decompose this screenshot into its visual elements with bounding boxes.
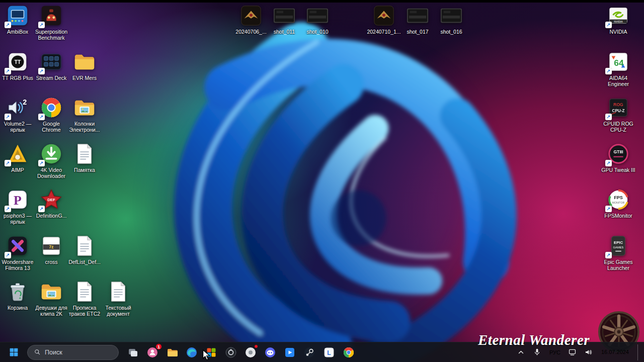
taskbar-app-people[interactable]: 1 — [145, 345, 159, 359]
desktop-icon-definitiong[interactable]: DEF↗DefinitionG... — [35, 188, 68, 219]
desktop-icon-shot-011[interactable]: shot_011 — [268, 4, 301, 35]
shortcut-arrow-overlay: ↗ — [605, 252, 612, 258]
taskbar-apps: 1L — [126, 345, 355, 359]
desktop-icon-stream-deck[interactable]: ↗Stream Deck — [35, 50, 68, 81]
desktop-icon-shot-016[interactable]: shot_016 — [435, 4, 468, 35]
desktop-icon-propiska-trakov-etc2[interactable]: Прописка траков ETC2 — [68, 280, 101, 317]
desktop-icon-label: CPUID ROG CPU-Z — [600, 121, 636, 133]
dark-round-app-icon — [225, 346, 237, 358]
svg-text:L: L — [327, 349, 331, 356]
desktop-icon-4k-video-downloader[interactable]: ↗4K Video Downloader — [35, 142, 68, 179]
desktop-icon-label: AIMP — [0, 167, 36, 173]
taskbar-app-edge[interactable] — [185, 345, 198, 359]
desktop-icon-korzina[interactable]: Корзина — [1, 280, 34, 311]
taskbar-app-round-app[interactable] — [244, 345, 257, 359]
notification-badge: 1 — [155, 343, 162, 350]
desktop-icon-tt-rgb-plus[interactable]: TT↗TT RGB Plus — [1, 50, 34, 81]
svg-text:NVIDIA: NVIDIA — [614, 20, 623, 23]
desktop-icon-deflist-def[interactable]: DefList_Def... — [68, 234, 101, 265]
shortcut-arrow-overlay: ↗ — [605, 206, 612, 212]
taskbar-app-dark-round-app[interactable] — [224, 345, 237, 359]
taskbar-app-blue-play-app[interactable] — [283, 345, 296, 359]
desktop-icon-label: Текстовый документ — [100, 305, 136, 317]
desktop-icon-tekstovy-dokument[interactable]: Текстовый документ — [102, 280, 135, 317]
desktop-icon-label: psiphon3 — ярлык — [0, 213, 36, 225]
search-placeholder: Поиск — [45, 349, 62, 356]
desktop-icon-label: EVR Mers — [66, 75, 103, 81]
ttrgb-icon: TT↗ — [6, 50, 29, 73]
volume2-icon: 2↗ — [6, 96, 29, 119]
desktop-icon-label: Epic Games Launcher — [600, 259, 636, 272]
desktop-icon-cpuid-rog-cpu-z[interactable]: ROGCPU-Z↗CPUID ROG CPU-Z — [602, 96, 635, 133]
svg-text:TT: TT — [15, 59, 21, 65]
desktop-icon-evr-mers[interactable]: EVR Mers — [68, 50, 101, 81]
psiphon-icon: P↗ — [6, 188, 29, 211]
desktop-icon-nvidia[interactable]: NVIDIA↗NVIDIA — [602, 4, 635, 35]
desktop-icon-20240706[interactable]: 20240706_... — [234, 4, 268, 35]
shortcut-arrow-overlay: ↗ — [38, 206, 45, 212]
shortcut-arrow-overlay: ↗ — [38, 68, 45, 74]
desktop-icon-layer: ↗AmbiBox↗Superposition BenchmarkTT↗TT RG… — [0, 0, 644, 362]
textfile-icon — [73, 234, 96, 257]
svg-text:P: P — [14, 193, 22, 208]
desktop-icon-aimp[interactable]: ↗AIMP — [1, 142, 34, 173]
desktop-icon-label: AmbiBox — [0, 29, 36, 35]
desktop-icon-psiphon3[interactable]: P↗psiphon3 — ярлык — [1, 188, 34, 225]
svg-text:ROG: ROG — [613, 102, 623, 107]
desktop-icon-label: Девушки для клипа 2K — [33, 305, 69, 317]
shortcut-arrow-overlay: ↗ — [605, 114, 612, 120]
desktop-icon-superposition-benchmark[interactable]: ↗Superposition Benchmark — [35, 4, 68, 41]
taskbar-app-discord[interactable] — [263, 345, 277, 359]
taskbar-app-lightshot[interactable]: L — [322, 345, 336, 359]
show-desktop-button[interactable] — [637, 344, 640, 360]
desktop-icon-label: DefinitionG... — [33, 213, 69, 219]
desktop-icon-20240710[interactable]: 20240710_1... — [367, 4, 400, 35]
folder-icon — [73, 50, 96, 73]
desktop-icon-ambibox[interactable]: ↗AmbiBox — [1, 4, 34, 35]
taskbar-app-task-view[interactable] — [126, 345, 139, 359]
desktop-icon-wondershare-filmora-13[interactable]: ↗Wondershare Filmora 13 — [1, 234, 34, 272]
taskbar-app-file-explorer[interactable] — [165, 345, 179, 359]
filmora-icon: ↗ — [6, 234, 29, 257]
desktop-icon-fpsmonitor[interactable]: FPSMONITOR↗FPSMonitor — [602, 188, 635, 219]
video-watermark-text: Eternal Wanderer — [478, 332, 590, 348]
desktop-icon-label: GPU Tweak III — [600, 167, 636, 173]
start-button[interactable] — [5, 344, 22, 361]
taskbar-app-steam[interactable] — [302, 345, 316, 359]
desktop-icon-google-chrome[interactable]: ↗Google Chrome — [35, 96, 68, 133]
shot-icon — [306, 4, 329, 27]
svg-text:2: 2 — [23, 98, 27, 106]
desktop-icon-kolonki-elektroni[interactable]: Колонки Электрони... — [68, 96, 101, 133]
desktop-icon-label: FPSMonitor — [600, 213, 636, 219]
archive-icon: 7z — [40, 234, 63, 257]
desktop-icon-gpu-tweak-iii[interactable]: GTIII↗GPU Tweak III — [602, 142, 635, 173]
tray-date[interactable]: 16.07.2024 — [599, 347, 631, 356]
desktop-icon-pamyatka[interactable]: Памятка — [68, 142, 101, 173]
shortcut-arrow-overlay: ↗ — [5, 206, 11, 212]
shortcut-arrow-overlay: ↗ — [605, 22, 612, 28]
desktop-icon-shot-010[interactable]: shot_010 — [301, 4, 334, 35]
shot-icon — [440, 4, 463, 27]
desktop-icon-volume2[interactable]: 2↗Volume2 — ярлык — [1, 96, 34, 133]
textfile-icon — [73, 280, 96, 303]
desktop-icon-cross[interactable]: 7zcross — [35, 234, 68, 265]
defstar-icon: DEF↗ — [40, 188, 63, 211]
taskbar-app-chrome[interactable] — [342, 345, 355, 359]
tray-language-indicator[interactable]: РУС — [547, 348, 562, 357]
desktop-icon-devushki-dlya-klipa-2k[interactable]: Девушки для клипа 2K — [35, 280, 68, 317]
desktop-icon-label: 20240710_1... — [366, 29, 402, 35]
svg-text:CPU-Z: CPU-Z — [612, 109, 625, 113]
taskbar-search[interactable]: Поиск — [27, 345, 119, 360]
desktop-icon-shot-017[interactable]: shot_017 — [401, 4, 434, 35]
screen: ↗AmbiBox↗Superposition BenchmarkTT↗TT RG… — [0, 0, 644, 362]
desktop-icon-label: shot_010 — [299, 29, 336, 35]
desktop-icon-label: AIDA64 Engineer — [600, 75, 636, 87]
textfile-icon — [107, 280, 130, 303]
desktop-icon-label: shot_011 — [266, 29, 302, 35]
desktop-icon-label: Volume2 — ярлык — [0, 121, 36, 133]
search-icon — [34, 348, 41, 356]
desktop-icon-aida64-engineer[interactable]: 64↗AIDA64 Engineer — [602, 50, 635, 87]
file-explorer-icon — [166, 346, 178, 358]
shortcut-arrow-overlay: ↗ — [5, 160, 11, 166]
desktop-icon-epic-games-launcher[interactable]: EPICGAMES↗Epic Games Launcher — [602, 234, 635, 272]
